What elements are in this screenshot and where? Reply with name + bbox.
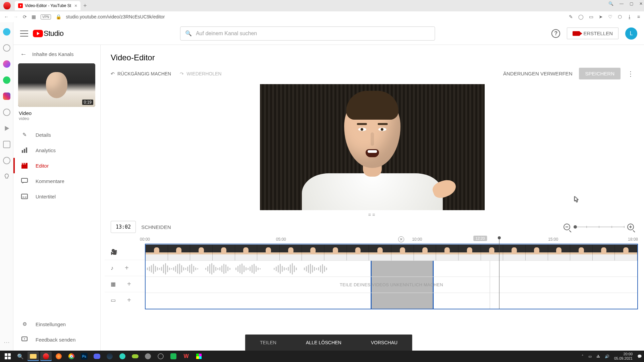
tray-chevron-icon[interactable]: ˄ — [582, 354, 584, 359]
rail-heart2-icon[interactable] — [3, 141, 10, 148]
endscreen-track[interactable] — [146, 293, 637, 309]
taskbar-app1-icon[interactable] — [117, 352, 128, 361]
speed-dial-icon[interactable]: ▦ — [32, 14, 36, 19]
tab-close-icon[interactable]: × — [74, 3, 77, 8]
tray-battery-icon[interactable]: ▭ — [588, 354, 592, 359]
taskbar-firefox-icon[interactable] — [53, 352, 64, 361]
nav-comments[interactable]: Kommentare — [13, 173, 100, 189]
timecode-input[interactable]: 13:02 — [111, 221, 136, 233]
preview-canvas[interactable] — [260, 84, 485, 210]
start-button[interactable] — [2, 352, 13, 361]
video-track[interactable] — [146, 244, 637, 260]
vpn-badge[interactable]: VPN — [41, 14, 51, 19]
menu-button[interactable] — [20, 31, 28, 37]
zoom-out-icon[interactable] — [564, 224, 570, 230]
nav-subtitles[interactable]: Untertitel — [13, 189, 100, 204]
rail-star-icon[interactable] — [3, 44, 10, 52]
search-input[interactable]: 🔍 Auf deinem Kanal suchen — [180, 26, 435, 41]
window-minimize-icon[interactable]: — — [620, 1, 624, 6]
taskbar-search-icon[interactable]: 🔍 — [15, 352, 26, 361]
more-actions-button[interactable]: ⋮ — [627, 70, 634, 78]
window-maximize-icon[interactable]: ▢ — [630, 1, 633, 6]
taskbar-app4-icon[interactable] — [155, 352, 166, 361]
playhead[interactable] — [499, 237, 499, 309]
zoom-slider[interactable] — [574, 227, 624, 227]
cube-icon[interactable]: ⬡ — [618, 14, 622, 19]
rail-more-icon[interactable]: ⋯ — [4, 339, 10, 351]
taskbar-app3-icon[interactable] — [142, 352, 154, 361]
undo-label: RÜCKGÄNGIG MACHEN — [117, 71, 171, 76]
ruler-10: 10:00 — [412, 237, 422, 242]
download-icon[interactable]: ⭳ — [627, 14, 632, 19]
audio-track[interactable] — [146, 260, 637, 277]
studio-logo[interactable]: Studio — [33, 29, 63, 38]
create-button[interactable]: ERSTELLEN — [567, 27, 619, 39]
taskbar-app7-icon[interactable] — [193, 352, 205, 361]
svg-rect-3 — [21, 165, 28, 169]
undo-button[interactable]: ↶ RÜCKGÄNGIG MACHEN — [111, 71, 171, 76]
add-blur-button[interactable]: + — [127, 280, 131, 288]
tray-volume-icon[interactable]: 🔊 — [605, 354, 609, 359]
discard-button[interactable]: ÄNDERUNGEN VERWERFEN — [503, 71, 572, 76]
tray-notifications-icon[interactable]: 💬 — [637, 354, 642, 359]
taskbar-discord-icon[interactable] — [91, 352, 103, 361]
rail-play-icon[interactable] — [3, 125, 10, 132]
taskbar-explorer-icon[interactable] — [28, 352, 39, 361]
video-track-icon: 🎥 — [111, 249, 117, 255]
pencil-icon: ✎ — [21, 131, 28, 138]
preview-button[interactable]: VORSCHAU — [356, 340, 412, 345]
tray-clock[interactable]: 20:00 05.09.2021 — [614, 352, 633, 360]
sidebar-video-thumb[interactable]: 0:19 — [18, 63, 95, 107]
taskbar-app6-icon[interactable]: W — [180, 352, 192, 361]
panel-drag-handle[interactable]: == — [101, 210, 644, 220]
help-button[interactable]: ? — [551, 29, 560, 38]
sidebar-back-row[interactable]: ← Inhalte des Kanals — [13, 45, 100, 63]
send-icon[interactable]: ➤ — [599, 14, 603, 19]
rail-bulb-icon[interactable] — [3, 173, 10, 180]
nav-settings[interactable]: ⚙ Einstellungen — [13, 316, 100, 332]
rail-home-icon[interactable] — [3, 28, 10, 36]
add-endscreen-button[interactable]: + — [127, 296, 131, 304]
snapshot-icon[interactable]: ◯ — [578, 14, 584, 19]
taskbar-ps-icon[interactable]: Ps — [78, 352, 90, 361]
clear-all-button[interactable]: ALLE LÖSCHEN — [291, 340, 356, 345]
taskbar-app5-icon[interactable] — [168, 352, 179, 361]
timeline-tracks[interactable]: TEILE DEINES VIDEOS UNKENNTLICH MACHEN — [145, 244, 638, 309]
taskbar-opera-icon[interactable] — [40, 352, 52, 361]
taskbar-chrome-icon[interactable] — [66, 352, 77, 361]
search-everywhere-icon[interactable]: 🔍 — [608, 1, 613, 6]
taskbar-steam-icon[interactable] — [104, 352, 115, 361]
taskbar-app2-icon[interactable] — [129, 352, 141, 361]
nav-feedback[interactable]: Feedback senden — [13, 332, 100, 347]
bookmark-edit-icon[interactable]: ✎ — [569, 14, 573, 19]
nav-details[interactable]: ✎ Details — [13, 127, 100, 142]
lock-icon[interactable]: 🔒 — [56, 14, 61, 19]
rail-clock-icon[interactable] — [3, 109, 10, 116]
opera-menu-icon[interactable] — [3, 2, 11, 9]
browser-tab[interactable]: Video-Editor - YouTube St × — [15, 1, 80, 10]
split-button[interactable]: TEILEN — [245, 340, 291, 345]
rail-history-icon[interactable] — [3, 157, 10, 164]
rail-messenger-icon[interactable] — [3, 60, 10, 68]
timeline-ruler[interactable]: 00:00 05:00 ✕ 10:00 12:20 15:00 18:08 — [145, 236, 638, 244]
remove-cut-icon[interactable]: ✕ — [398, 236, 404, 242]
rail-whatsapp-icon[interactable] — [3, 76, 10, 84]
tray-network-icon[interactable]: 🖧 — [596, 354, 600, 358]
save-button[interactable]: SPEICHERN — [579, 68, 621, 79]
window-close-icon[interactable]: ✕ — [639, 1, 643, 6]
nav-analytics[interactable]: Analytics — [13, 142, 100, 158]
zoom-in-icon[interactable] — [627, 224, 634, 230]
nav-editor[interactable]: Editor — [13, 158, 100, 173]
account-avatar[interactable]: L — [625, 27, 637, 40]
rail-instagram-icon[interactable] — [3, 93, 10, 100]
nav-reload-icon[interactable]: ⟳ — [23, 14, 27, 19]
cut-button[interactable]: SCHNEIDEN — [141, 224, 171, 230]
new-tab-button[interactable]: + — [83, 2, 87, 9]
pip-icon[interactable]: ▭ — [589, 14, 593, 19]
blur-track[interactable]: TEILE DEINES VIDEOS UNKENNTLICH MACHEN — [146, 277, 637, 293]
add-audio-button[interactable]: + — [125, 264, 129, 272]
url-text[interactable]: studio.youtube.com/video/z3RNcEsUC9k/edi… — [66, 14, 165, 19]
heart-icon[interactable]: ♡ — [608, 14, 612, 19]
easy-setup-icon[interactable]: ≡ — [637, 14, 640, 19]
nav-back-icon[interactable]: ← — [4, 14, 9, 19]
